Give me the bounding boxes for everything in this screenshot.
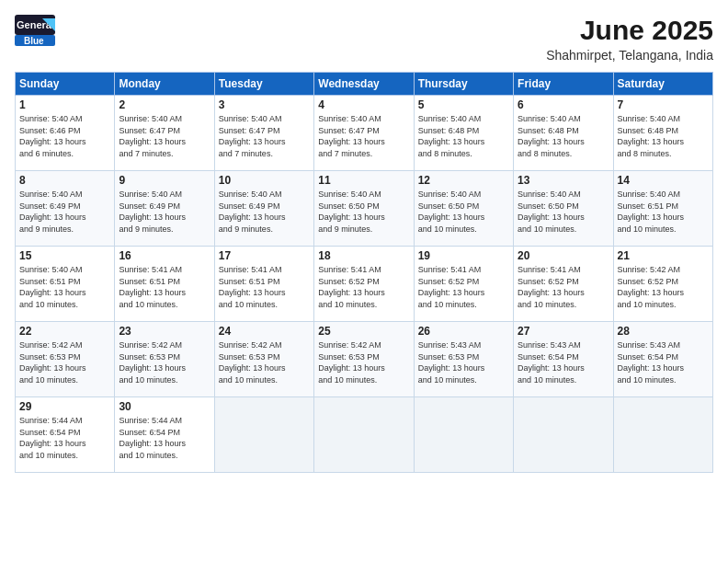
day-info: Sunrise: 5:41 AM Sunset: 6:52 PM Dayligh… — [518, 264, 609, 310]
title-block: June 2025 Shahmirpet, Telangana, India — [546, 15, 713, 63]
main-title: June 2025 — [546, 15, 713, 46]
calendar-cell: 13Sunrise: 5:40 AM Sunset: 6:50 PM Dayli… — [514, 171, 613, 247]
day-info: Sunrise: 5:40 AM Sunset: 6:49 PM Dayligh… — [219, 189, 310, 235]
calendar-cell: 6Sunrise: 5:40 AM Sunset: 6:48 PM Daylig… — [514, 96, 613, 171]
calendar-cell — [613, 397, 712, 473]
calendar-cell: 25Sunrise: 5:42 AM Sunset: 6:53 PM Dayli… — [314, 322, 414, 397]
day-number: 14 — [618, 174, 709, 187]
day-number: 20 — [518, 249, 609, 262]
calendar-week-row: 1Sunrise: 5:40 AM Sunset: 6:46 PM Daylig… — [16, 96, 713, 171]
calendar-cell: 1Sunrise: 5:40 AM Sunset: 6:46 PM Daylig… — [16, 96, 115, 171]
calendar-cell: 14Sunrise: 5:40 AM Sunset: 6:51 PM Dayli… — [613, 171, 712, 247]
day-info: Sunrise: 5:40 AM Sunset: 6:50 PM Dayligh… — [518, 189, 609, 235]
calendar-cell: 2Sunrise: 5:40 AM Sunset: 6:47 PM Daylig… — [115, 96, 214, 171]
calendar-cell: 11Sunrise: 5:40 AM Sunset: 6:50 PM Dayli… — [314, 171, 414, 247]
calendar-cell: 28Sunrise: 5:43 AM Sunset: 6:54 PM Dayli… — [613, 322, 712, 397]
calendar-cell — [314, 397, 414, 473]
logo: General Blue — [15, 15, 55, 46]
day-info: Sunrise: 5:41 AM Sunset: 6:51 PM Dayligh… — [119, 264, 210, 310]
day-number: 2 — [119, 98, 210, 111]
day-info: Sunrise: 5:44 AM Sunset: 6:54 PM Dayligh… — [119, 415, 210, 461]
calendar-header-saturday: Saturday — [613, 73, 712, 96]
calendar-header-thursday: Thursday — [414, 73, 513, 96]
calendar-cell: 22Sunrise: 5:42 AM Sunset: 6:53 PM Dayli… — [16, 322, 115, 397]
day-info: Sunrise: 5:40 AM Sunset: 6:46 PM Dayligh… — [19, 113, 110, 159]
calendar-header-sunday: Sunday — [16, 73, 115, 96]
day-number: 25 — [318, 325, 409, 338]
calendar-header-row: SundayMondayTuesdayWednesdayThursdayFrid… — [16, 73, 713, 96]
day-number: 30 — [119, 400, 210, 413]
day-info: Sunrise: 5:41 AM Sunset: 6:52 PM Dayligh… — [418, 264, 509, 310]
day-info: Sunrise: 5:42 AM Sunset: 6:53 PM Dayligh… — [19, 339, 110, 385]
day-info: Sunrise: 5:43 AM Sunset: 6:54 PM Dayligh… — [518, 339, 609, 385]
day-info: Sunrise: 5:40 AM Sunset: 6:51 PM Dayligh… — [618, 189, 709, 235]
day-number: 8 — [19, 174, 110, 187]
calendar-cell: 4Sunrise: 5:40 AM Sunset: 6:47 PM Daylig… — [314, 96, 414, 171]
calendar-cell — [214, 397, 313, 473]
day-info: Sunrise: 5:42 AM Sunset: 6:53 PM Dayligh… — [119, 339, 210, 385]
day-number: 18 — [318, 249, 409, 262]
day-number: 9 — [119, 174, 210, 187]
calendar-cell: 19Sunrise: 5:41 AM Sunset: 6:52 PM Dayli… — [414, 247, 513, 322]
day-info: Sunrise: 5:40 AM Sunset: 6:47 PM Dayligh… — [119, 113, 210, 159]
calendar-cell: 23Sunrise: 5:42 AM Sunset: 6:53 PM Dayli… — [115, 322, 214, 397]
day-number: 3 — [219, 98, 310, 111]
day-number: 22 — [19, 325, 110, 338]
day-info: Sunrise: 5:40 AM Sunset: 6:47 PM Dayligh… — [219, 113, 310, 159]
day-number: 24 — [219, 325, 310, 338]
day-number: 5 — [418, 98, 509, 111]
day-info: Sunrise: 5:40 AM Sunset: 6:50 PM Dayligh… — [318, 189, 409, 235]
calendar-cell: 12Sunrise: 5:40 AM Sunset: 6:50 PM Dayli… — [414, 171, 513, 247]
calendar-cell: 21Sunrise: 5:42 AM Sunset: 6:52 PM Dayli… — [613, 247, 712, 322]
calendar-cell: 8Sunrise: 5:40 AM Sunset: 6:49 PM Daylig… — [16, 171, 115, 247]
day-number: 1 — [19, 98, 110, 111]
calendar-cell: 7Sunrise: 5:40 AM Sunset: 6:48 PM Daylig… — [613, 96, 712, 171]
day-number: 6 — [518, 98, 609, 111]
calendar-page: General Blue June 2025 Shahmirpet, Telan… — [0, 0, 728, 563]
day-number: 19 — [418, 249, 509, 262]
calendar-header-monday: Monday — [115, 73, 214, 96]
day-info: Sunrise: 5:40 AM Sunset: 6:48 PM Dayligh… — [618, 113, 709, 159]
calendar-week-row: 15Sunrise: 5:40 AM Sunset: 6:51 PM Dayli… — [16, 247, 713, 322]
calendar-cell: 20Sunrise: 5:41 AM Sunset: 6:52 PM Dayli… — [514, 247, 613, 322]
calendar-cell — [514, 397, 613, 473]
calendar-cell: 10Sunrise: 5:40 AM Sunset: 6:49 PM Dayli… — [214, 171, 313, 247]
calendar-cell — [414, 397, 513, 473]
calendar-cell: 29Sunrise: 5:44 AM Sunset: 6:54 PM Dayli… — [16, 397, 115, 473]
day-number: 16 — [119, 249, 210, 262]
calendar-cell: 24Sunrise: 5:42 AM Sunset: 6:53 PM Dayli… — [214, 322, 313, 397]
day-number: 4 — [318, 98, 409, 111]
calendar-week-row: 8Sunrise: 5:40 AM Sunset: 6:49 PM Daylig… — [16, 171, 713, 247]
calendar-cell: 26Sunrise: 5:43 AM Sunset: 6:53 PM Dayli… — [414, 322, 513, 397]
day-number: 17 — [219, 249, 310, 262]
day-number: 10 — [219, 174, 310, 187]
calendar-header-wednesday: Wednesday — [314, 73, 414, 96]
day-number: 12 — [418, 174, 509, 187]
calendar-week-row: 29Sunrise: 5:44 AM Sunset: 6:54 PM Dayli… — [16, 397, 713, 473]
day-info: Sunrise: 5:44 AM Sunset: 6:54 PM Dayligh… — [19, 415, 110, 461]
calendar-cell: 9Sunrise: 5:40 AM Sunset: 6:49 PM Daylig… — [115, 171, 214, 247]
day-info: Sunrise: 5:41 AM Sunset: 6:52 PM Dayligh… — [318, 264, 409, 310]
subtitle: Shahmirpet, Telangana, India — [546, 48, 713, 63]
day-number: 7 — [618, 98, 709, 111]
day-number: 15 — [19, 249, 110, 262]
day-info: Sunrise: 5:40 AM Sunset: 6:48 PM Dayligh… — [418, 113, 509, 159]
day-number: 11 — [318, 174, 409, 187]
calendar-header-friday: Friday — [514, 73, 613, 96]
calendar-cell: 18Sunrise: 5:41 AM Sunset: 6:52 PM Dayli… — [314, 247, 414, 322]
svg-text:Blue: Blue — [24, 36, 44, 46]
calendar-cell: 16Sunrise: 5:41 AM Sunset: 6:51 PM Dayli… — [115, 247, 214, 322]
logo-icon: General Blue — [15, 15, 55, 46]
calendar-week-row: 22Sunrise: 5:42 AM Sunset: 6:53 PM Dayli… — [16, 322, 713, 397]
day-number: 26 — [418, 325, 509, 338]
page-header: General Blue June 2025 Shahmirpet, Telan… — [15, 15, 713, 63]
day-info: Sunrise: 5:42 AM Sunset: 6:53 PM Dayligh… — [318, 339, 409, 385]
day-info: Sunrise: 5:40 AM Sunset: 6:51 PM Dayligh… — [19, 264, 110, 310]
day-info: Sunrise: 5:41 AM Sunset: 6:51 PM Dayligh… — [219, 264, 310, 310]
day-info: Sunrise: 5:42 AM Sunset: 6:53 PM Dayligh… — [219, 339, 310, 385]
day-number: 21 — [618, 249, 709, 262]
calendar-cell: 15Sunrise: 5:40 AM Sunset: 6:51 PM Dayli… — [16, 247, 115, 322]
calendar-cell: 3Sunrise: 5:40 AM Sunset: 6:47 PM Daylig… — [214, 96, 313, 171]
calendar-cell: 5Sunrise: 5:40 AM Sunset: 6:48 PM Daylig… — [414, 96, 513, 171]
day-number: 23 — [119, 325, 210, 338]
